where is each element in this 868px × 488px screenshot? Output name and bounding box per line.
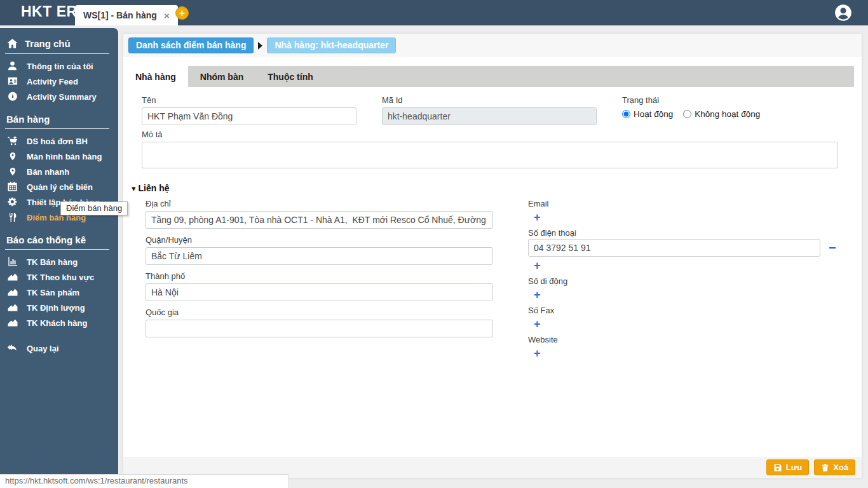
sidebar-item-label: Màn hình bán hàng [27, 152, 102, 161]
status-bar-url: https://hkt.hktsoft.com/ws:1/restaurant/… [0, 474, 289, 488]
sidebar-item-quick-sale[interactable]: Bán nhanh [5, 164, 113, 179]
status-active-radio[interactable] [622, 110, 630, 118]
sidebar-section-sales: Bán hàng [5, 112, 109, 129]
district-input[interactable] [146, 247, 493, 265]
district-label: Quận/Huyện [146, 235, 493, 245]
main-panel: Danh sách điểm bán hàng Nhà hàng: hkt-he… [123, 33, 862, 478]
status-inactive-label: Không hoạt động [695, 109, 760, 119]
sidebar-item-label: TK Bán hàng [27, 257, 78, 267]
map-marker-icon [6, 166, 18, 177]
sidebar-item-label: TK Khách hàng [27, 318, 87, 328]
sidebar-item-label: Thông tin của tôi [27, 62, 93, 71]
add-fax-button[interactable]: + [534, 318, 543, 330]
gauge-icon [6, 91, 18, 102]
contact-section: Địa chỉ Quận/Huyện Thành phố Quốc gia Em… [123, 199, 862, 364]
remove-phone-button[interactable]: − [829, 241, 836, 254]
breadcrumb-separator-icon [258, 42, 262, 50]
name-input[interactable] [142, 107, 356, 125]
close-tab-icon[interactable]: × [164, 11, 170, 20]
save-button[interactable]: Lưu [766, 459, 809, 475]
user-icon [6, 60, 18, 72]
tab-bar: Nhà hàng Nhóm bàn Thuộc tính [123, 66, 854, 87]
breadcrumb-current-button[interactable]: Nhà hàng: hkt-headquarter [267, 37, 396, 53]
city-label: Thành phố [146, 271, 493, 281]
description-label: Mô tả [142, 130, 862, 139]
city-input[interactable] [146, 283, 493, 301]
sidebar-section-title: Bán hàng [6, 114, 50, 125]
sidebar-item-pos-screen[interactable]: Màn hình bán hàng [5, 149, 113, 164]
sidebar-section-title: Trang chủ [25, 38, 71, 49]
sidebar-item-report-customers[interactable]: TK Khách hàng [5, 315, 113, 330]
status-inactive-option[interactable]: Không hoạt động [683, 109, 760, 119]
tab-attributes[interactable]: Thuộc tính [255, 66, 325, 87]
add-email-button[interactable]: + [534, 212, 543, 223]
save-button-label: Lưu [786, 463, 802, 472]
delete-button-label: Xoá [833, 463, 848, 472]
sidebar-item-invoices[interactable]: DS hoá đơn BH [5, 133, 113, 149]
cutlery-icon [6, 212, 18, 223]
sidebar-item-report-quantity[interactable]: TK Định lượng [5, 300, 113, 315]
trash-icon [821, 463, 829, 472]
workspace-tab-label: WS[1] - Bán hàng [83, 10, 157, 20]
sidebar-item-report-products[interactable]: TK Sản phẩm [5, 285, 113, 300]
sidebar-item-label: TK Định lượng [27, 303, 85, 313]
country-input[interactable] [146, 320, 493, 337]
area-chart-icon [6, 271, 18, 283]
breadcrumb-list-button[interactable]: Danh sách điểm bán hàng [128, 37, 254, 53]
reply-all-icon [6, 342, 18, 354]
sidebar-section-home: Trang chủ [5, 36, 109, 54]
sidebar-item-report-region[interactable]: TK Theo khu vực [5, 269, 113, 285]
breadcrumb: Danh sách điểm bán hàng Nhà hàng: hkt-he… [123, 34, 862, 57]
sidebar-item-activity-summary[interactable]: Activity Summary [5, 89, 113, 104]
tab-table-group[interactable]: Nhóm bàn [188, 66, 255, 87]
code-label: Mã Id [382, 95, 597, 105]
add-phone-button[interactable]: + [534, 260, 543, 271]
sidebar-item-label: TK Theo khu vực [27, 273, 94, 282]
sidebar-section-title: Báo cáo thống kê [6, 234, 86, 245]
status-active-label: Hoạt động [634, 109, 673, 119]
save-icon [773, 463, 782, 472]
contact-section-title: Liên hệ [139, 183, 170, 193]
add-workspace-button[interactable]: + [175, 6, 189, 20]
fax-label: Số Fax [528, 306, 846, 315]
status-active-option[interactable]: Hoạt động [622, 109, 673, 119]
tab-restaurant[interactable]: Nhà hàng [123, 66, 188, 87]
map-marker-icon [6, 151, 18, 162]
sidebar: Trang chủ Thông tin của tôi Activity Fee… [0, 28, 118, 474]
status-inactive-radio[interactable] [683, 110, 691, 118]
delete-button[interactable]: Xoá [814, 459, 855, 475]
phone-label: Số điện thoại [528, 228, 846, 238]
user-avatar-icon[interactable] [834, 4, 852, 22]
gear-icon [6, 196, 18, 208]
restaurant-form: Tên Mã Id Trạng thái Hoạt động Không hoạ… [123, 87, 862, 171]
add-mobile-button[interactable]: + [534, 289, 543, 301]
description-textarea[interactable] [142, 142, 838, 168]
phone-input[interactable] [528, 239, 820, 257]
status-label: Trạng thái [622, 95, 760, 105]
sidebar-item-label: Activity Summary [27, 92, 97, 102]
sidebar-item-label: Activity Feed [27, 77, 78, 86]
sidebar-item-label: TK Sản phẩm [27, 288, 79, 297]
email-label: Email [528, 199, 846, 208]
top-bar: HKT ERP WS[1] - Bán hàng × + [0, 0, 868, 25]
contact-section-header[interactable]: Liên hệ [132, 183, 862, 193]
calendar-icon [6, 181, 18, 193]
address-input[interactable] [146, 211, 493, 229]
area-chart-icon [6, 302, 18, 313]
add-website-button[interactable]: + [534, 348, 543, 359]
sidebar-item-label: DS hoá đơn BH [27, 137, 88, 146]
sidebar-item-kitchen-management[interactable]: Quản lý chế biến [5, 179, 113, 194]
country-label: Quốc gia [146, 308, 493, 317]
sidebar-item-back[interactable]: Quay lại [5, 341, 113, 356]
name-label: Tên [142, 95, 356, 105]
workspace-tab[interactable]: WS[1] - Bán hàng × [75, 5, 178, 25]
id-card-icon [6, 76, 18, 87]
area-chart-icon [6, 317, 18, 329]
mobile-label: Số di động [528, 276, 846, 286]
sidebar-item-report-sales[interactable]: TK Bán hàng [5, 254, 113, 269]
sidebar-section-reports: Báo cáo thống kê [5, 233, 109, 250]
sidebar-item-my-info[interactable]: Thông tin của tôi [5, 58, 113, 74]
bar-chart-icon [6, 256, 18, 268]
cart-icon [6, 135, 18, 147]
sidebar-item-activity-feed[interactable]: Activity Feed [5, 74, 113, 89]
